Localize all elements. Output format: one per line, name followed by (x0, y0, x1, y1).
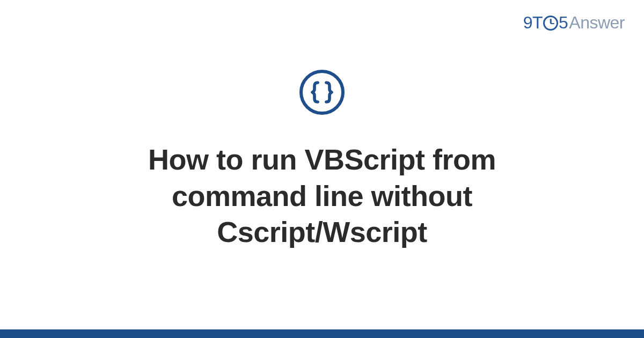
page-title: How to run VBScript from command line wi… (80, 142, 564, 251)
main-content: How to run VBScript from command line wi… (0, 70, 644, 251)
code-braces-icon (299, 70, 345, 115)
site-logo: 9T 5 Answer (523, 13, 625, 33)
logo-text-5: 5 (559, 13, 568, 33)
logo-text-answer: Answer (569, 13, 625, 33)
footer-accent-bar (0, 329, 644, 338)
logo-text-9t: 9T (523, 13, 543, 33)
clock-icon (543, 16, 558, 31)
